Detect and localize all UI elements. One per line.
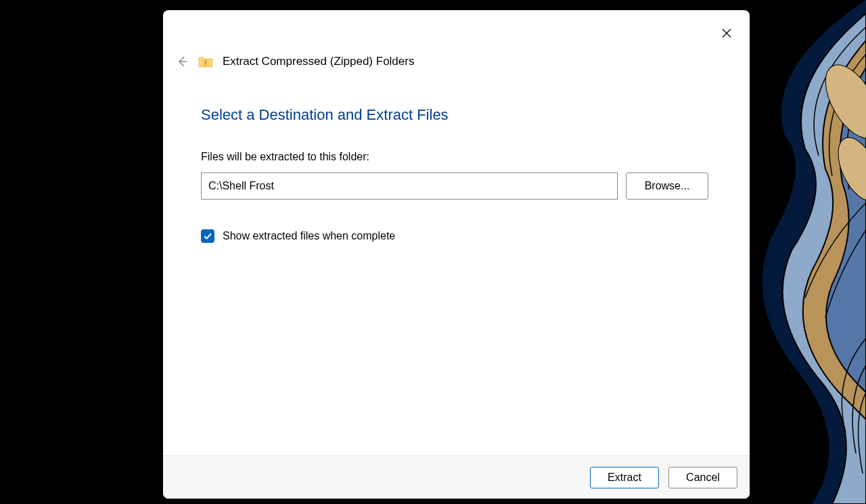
show-files-label: Show extracted files when complete	[223, 230, 395, 242]
path-row: Browse...	[201, 173, 712, 200]
zip-folder-icon	[198, 55, 213, 68]
desktop-wallpaper	[731, 0, 866, 504]
extract-button[interactable]: Extract	[590, 467, 659, 488]
cancel-button[interactable]: Cancel	[668, 467, 737, 488]
check-icon	[204, 233, 212, 239]
dialog-header	[163, 10, 750, 43]
browse-button[interactable]: Browse...	[626, 173, 708, 200]
page-heading: Select a Destination and Extract Files	[201, 106, 712, 124]
destination-label: Files will be extracted to this folder:	[201, 151, 712, 163]
wizard-title: Extract Compressed (Zipped) Folders	[223, 55, 414, 68]
nav-row: Extract Compressed (Zipped) Folders	[163, 43, 750, 74]
extract-dialog: Extract Compressed (Zipped) Folders Sele…	[163, 10, 750, 499]
svg-rect-5	[204, 60, 207, 66]
show-files-checkbox[interactable]	[201, 229, 214, 243]
back-button[interactable]	[175, 55, 189, 68]
dialog-footer: Extract Cancel	[163, 455, 750, 499]
close-icon	[722, 28, 731, 38]
dialog-content: Select a Destination and Extract Files F…	[163, 74, 750, 455]
arrow-left-icon	[176, 55, 188, 68]
close-button[interactable]	[717, 24, 736, 43]
checkbox-row: Show extracted files when complete	[201, 229, 712, 243]
destination-input[interactable]	[201, 173, 618, 200]
